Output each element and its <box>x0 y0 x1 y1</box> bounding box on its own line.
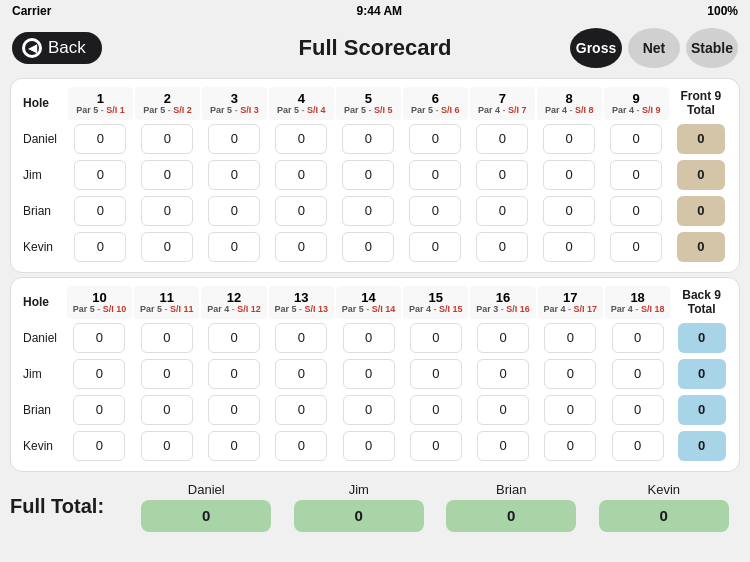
score-cell[interactable]: 0 <box>135 230 200 264</box>
score-cell[interactable]: 0 <box>537 122 602 156</box>
score-cell[interactable]: 0 <box>604 230 669 264</box>
score-cell[interactable]: 0 <box>201 321 266 355</box>
battery-label: 100% <box>707 4 738 18</box>
score-cell[interactable]: 0 <box>202 158 267 192</box>
hole-17-header: 17Par 4 - S/I 17 <box>538 286 603 319</box>
back-button[interactable]: ◀ Back <box>12 32 102 64</box>
player-name: Brian <box>19 393 65 427</box>
score-cell[interactable]: 0 <box>202 122 267 156</box>
score-cell[interactable]: 0 <box>134 393 199 427</box>
score-cell[interactable]: 0 <box>470 357 535 391</box>
full-total-section: Full Total: Daniel0Jim0Brian0Kevin0 <box>0 476 750 536</box>
score-cell[interactable]: 0 <box>269 122 334 156</box>
score-cell[interactable]: 0 <box>470 194 535 228</box>
score-cell[interactable]: 0 <box>269 393 334 427</box>
score-cell[interactable]: 0 <box>537 158 602 192</box>
score-cell[interactable]: 0 <box>269 230 334 264</box>
score-cell[interactable]: 0 <box>538 321 603 355</box>
hole-6-header: 6Par 5 - S/I 6 <box>403 87 468 120</box>
score-cell[interactable]: 0 <box>336 357 401 391</box>
score-cell[interactable]: 0 <box>336 321 401 355</box>
score-cell[interactable]: 0 <box>68 194 133 228</box>
score-cell[interactable]: 0 <box>269 429 334 463</box>
hole-7-header: 7Par 4 - S/I 7 <box>470 87 535 120</box>
score-cell[interactable]: 0 <box>67 321 132 355</box>
score-cell[interactable]: 0 <box>134 357 199 391</box>
score-cell[interactable]: 0 <box>538 393 603 427</box>
score-cell[interactable]: 0 <box>537 230 602 264</box>
score-cell[interactable]: 0 <box>605 393 670 427</box>
score-cell[interactable]: 0 <box>202 230 267 264</box>
score-cell[interactable]: 0 <box>336 158 401 192</box>
score-cell[interactable]: 0 <box>403 158 468 192</box>
score-cell[interactable]: 0 <box>403 321 468 355</box>
score-cell[interactable]: 0 <box>202 194 267 228</box>
score-cell[interactable]: 0 <box>470 393 535 427</box>
score-cell[interactable]: 0 <box>403 122 468 156</box>
gross-button[interactable]: Gross <box>570 28 622 68</box>
score-cell[interactable]: 0 <box>269 357 334 391</box>
stable-button[interactable]: Stable <box>686 28 738 68</box>
player-name: Jim <box>19 158 66 192</box>
score-type-buttons: Gross Net Stable <box>570 28 738 68</box>
hole-16-header: 16Par 3 - S/I 16 <box>470 286 535 319</box>
full-total-player: Brian0 <box>435 482 588 532</box>
score-cell[interactable]: 0 <box>269 194 334 228</box>
score-cell[interactable]: 0 <box>403 429 468 463</box>
hole-11-header: 11Par 5 - S/I 11 <box>134 286 199 319</box>
score-cell[interactable]: 0 <box>68 230 133 264</box>
score-cell[interactable]: 0 <box>470 321 535 355</box>
score-cell[interactable]: 0 <box>135 194 200 228</box>
score-cell[interactable]: 0 <box>336 194 401 228</box>
score-cell[interactable]: 0 <box>134 429 199 463</box>
score-cell[interactable]: 0 <box>67 429 132 463</box>
total-cell: 0 <box>672 321 731 355</box>
score-cell[interactable]: 0 <box>604 194 669 228</box>
score-cell[interactable]: 0 <box>67 357 132 391</box>
score-cell[interactable]: 0 <box>134 321 199 355</box>
score-cell[interactable]: 0 <box>604 122 669 156</box>
score-cell[interactable]: 0 <box>470 230 535 264</box>
score-cell[interactable]: 0 <box>605 321 670 355</box>
full-total-player: Kevin0 <box>588 482 741 532</box>
hole-15-header: 15Par 4 - S/I 15 <box>403 286 468 319</box>
score-cell[interactable]: 0 <box>470 122 535 156</box>
score-cell[interactable]: 0 <box>403 230 468 264</box>
score-cell[interactable]: 0 <box>538 357 603 391</box>
total-cell: 0 <box>671 194 731 228</box>
score-cell[interactable]: 0 <box>403 357 468 391</box>
score-cell[interactable]: 0 <box>135 158 200 192</box>
score-cell[interactable]: 0 <box>537 194 602 228</box>
score-cell[interactable]: 0 <box>470 429 535 463</box>
full-total-score: 0 <box>446 500 576 532</box>
score-cell[interactable]: 0 <box>269 158 334 192</box>
score-cell[interactable]: 0 <box>201 429 266 463</box>
score-cell[interactable]: 0 <box>403 393 468 427</box>
full-total-player-name: Jim <box>349 482 369 497</box>
score-cell[interactable]: 0 <box>68 158 133 192</box>
score-cell[interactable]: 0 <box>68 122 133 156</box>
score-cell[interactable]: 0 <box>605 357 670 391</box>
hole-13-header: 13Par 5 - S/I 13 <box>269 286 334 319</box>
score-cell[interactable]: 0 <box>269 321 334 355</box>
table-row: Brian0000000000 <box>19 194 731 228</box>
hole-8-header: 8Par 4 - S/I 8 <box>537 87 602 120</box>
score-cell[interactable]: 0 <box>67 393 132 427</box>
score-cell[interactable]: 0 <box>336 122 401 156</box>
hole-18-header: 18Par 4 - S/I 18 <box>605 286 670 319</box>
net-button[interactable]: Net <box>628 28 680 68</box>
page-title: Full Scorecard <box>299 35 452 61</box>
back9-table: Hole 10Par 5 - S/I 1011Par 5 - S/I 1112P… <box>17 284 733 465</box>
score-cell[interactable]: 0 <box>604 158 669 192</box>
score-cell[interactable]: 0 <box>135 122 200 156</box>
score-cell[interactable]: 0 <box>201 357 266 391</box>
score-cell[interactable]: 0 <box>201 393 266 427</box>
score-cell[interactable]: 0 <box>538 429 603 463</box>
score-cell[interactable]: 0 <box>336 429 401 463</box>
score-cell[interactable]: 0 <box>336 230 401 264</box>
score-cell[interactable]: 0 <box>403 194 468 228</box>
score-cell[interactable]: 0 <box>470 158 535 192</box>
score-cell[interactable]: 0 <box>605 429 670 463</box>
score-cell[interactable]: 0 <box>336 393 401 427</box>
table-row: Daniel0000000000 <box>19 122 731 156</box>
